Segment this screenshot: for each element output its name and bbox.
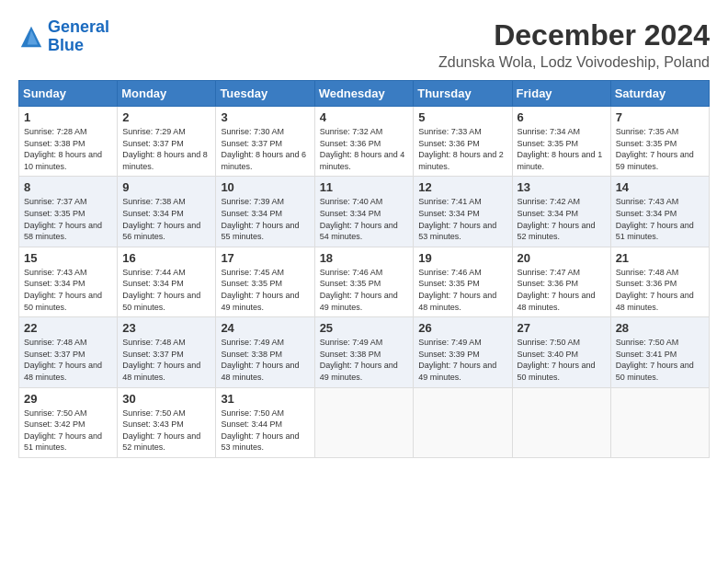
calendar-cell: 18Sunrise: 7:46 AMSunset: 3:35 PMDayligh…	[314, 247, 414, 316]
day-info: Sunrise: 7:47 AMSunset: 3:36 PMDaylight:…	[518, 267, 606, 313]
day-info: Sunrise: 7:50 AMSunset: 3:44 PMDaylight:…	[221, 408, 309, 454]
weekday-header: Wednesday	[314, 81, 414, 107]
calendar-cell: 19Sunrise: 7:46 AMSunset: 3:35 PMDayligh…	[414, 247, 512, 316]
day-number: 24	[221, 321, 309, 335]
calendar-cell: 5Sunrise: 7:33 AMSunset: 3:36 PMDaylight…	[414, 107, 512, 177]
day-number: 28	[616, 321, 704, 335]
day-number: 23	[122, 321, 210, 335]
day-info: Sunrise: 7:33 AMSunset: 3:36 PMDaylight:…	[418, 126, 506, 172]
day-number: 6	[518, 110, 606, 124]
logo-text: General Blue	[48, 18, 109, 55]
day-number: 25	[320, 321, 409, 335]
day-info: Sunrise: 7:50 AMSunset: 3:42 PMDaylight:…	[24, 408, 112, 454]
calendar-week-row: 1Sunrise: 7:28 AMSunset: 3:38 PMDaylight…	[19, 107, 710, 177]
calendar-cell: 30Sunrise: 7:50 AMSunset: 3:43 PMDayligh…	[118, 387, 216, 457]
day-info: Sunrise: 7:34 AMSunset: 3:35 PMDaylight:…	[518, 126, 606, 172]
logo: General Blue	[18, 18, 109, 55]
day-number: 16	[122, 251, 210, 265]
day-info: Sunrise: 7:38 AMSunset: 3:34 PMDaylight:…	[122, 196, 210, 242]
calendar-cell: 8Sunrise: 7:37 AMSunset: 3:35 PMDaylight…	[19, 177, 118, 247]
calendar-cell: 2Sunrise: 7:29 AMSunset: 3:37 PMDaylight…	[118, 107, 216, 177]
calendar-cell: 20Sunrise: 7:47 AMSunset: 3:36 PMDayligh…	[512, 247, 610, 316]
calendar-cell: 9Sunrise: 7:38 AMSunset: 3:34 PMDaylight…	[118, 177, 216, 247]
weekday-header: Thursday	[414, 81, 512, 107]
weekday-header: Tuesday	[216, 81, 314, 107]
day-info: Sunrise: 7:37 AMSunset: 3:35 PMDaylight:…	[24, 196, 112, 242]
day-number: 31	[221, 392, 309, 406]
day-number: 26	[418, 321, 506, 335]
day-info: Sunrise: 7:39 AMSunset: 3:34 PMDaylight:…	[221, 196, 309, 242]
calendar-cell: 14Sunrise: 7:43 AMSunset: 3:34 PMDayligh…	[610, 177, 709, 247]
day-number: 29	[24, 392, 112, 406]
subtitle: Zdunska Wola, Lodz Voivodeship, Poland	[438, 54, 710, 71]
day-number: 22	[24, 321, 112, 335]
day-info: Sunrise: 7:50 AMSunset: 3:40 PMDaylight:…	[518, 337, 606, 383]
calendar-cell: 27Sunrise: 7:50 AMSunset: 3:40 PMDayligh…	[512, 317, 610, 387]
day-info: Sunrise: 7:45 AMSunset: 3:35 PMDaylight:…	[221, 267, 309, 313]
day-info: Sunrise: 7:42 AMSunset: 3:34 PMDaylight:…	[518, 196, 606, 242]
calendar-cell: 25Sunrise: 7:49 AMSunset: 3:38 PMDayligh…	[314, 317, 414, 387]
day-number: 12	[418, 180, 506, 194]
day-info: Sunrise: 7:48 AMSunset: 3:37 PMDaylight:…	[122, 337, 210, 383]
calendar-week-row: 8Sunrise: 7:37 AMSunset: 3:35 PMDaylight…	[19, 177, 710, 247]
day-info: Sunrise: 7:28 AMSunset: 3:38 PMDaylight:…	[24, 126, 112, 172]
calendar-cell: 3Sunrise: 7:30 AMSunset: 3:37 PMDaylight…	[216, 107, 314, 177]
day-info: Sunrise: 7:49 AMSunset: 3:38 PMDaylight:…	[221, 337, 309, 383]
weekday-header: Saturday	[610, 81, 709, 107]
day-number: 3	[221, 110, 309, 124]
day-number: 13	[518, 180, 606, 194]
day-number: 15	[24, 251, 112, 265]
calendar-cell: 11Sunrise: 7:40 AMSunset: 3:34 PMDayligh…	[314, 177, 414, 247]
day-number: 27	[518, 321, 606, 335]
calendar-cell	[414, 387, 512, 457]
calendar-cell: 6Sunrise: 7:34 AMSunset: 3:35 PMDaylight…	[512, 107, 610, 177]
weekday-header: Friday	[512, 81, 610, 107]
calendar-table: SundayMondayTuesdayWednesdayThursdayFrid…	[18, 80, 710, 458]
day-number: 7	[616, 110, 704, 124]
day-number: 4	[320, 110, 409, 124]
calendar-header-row: SundayMondayTuesdayWednesdayThursdayFrid…	[19, 81, 710, 107]
day-info: Sunrise: 7:46 AMSunset: 3:35 PMDaylight:…	[320, 267, 409, 313]
day-number: 1	[24, 110, 112, 124]
day-number: 10	[221, 180, 309, 194]
day-info: Sunrise: 7:50 AMSunset: 3:43 PMDaylight:…	[122, 408, 210, 454]
calendar-cell: 22Sunrise: 7:48 AMSunset: 3:37 PMDayligh…	[19, 317, 118, 387]
day-info: Sunrise: 7:48 AMSunset: 3:36 PMDaylight:…	[616, 267, 704, 313]
day-number: 20	[518, 251, 606, 265]
day-number: 14	[616, 180, 704, 194]
day-info: Sunrise: 7:50 AMSunset: 3:41 PMDaylight:…	[616, 337, 704, 383]
calendar-cell: 21Sunrise: 7:48 AMSunset: 3:36 PMDayligh…	[610, 247, 709, 316]
day-info: Sunrise: 7:49 AMSunset: 3:38 PMDaylight:…	[320, 337, 409, 383]
logo-icon	[18, 24, 44, 50]
calendar-cell: 4Sunrise: 7:32 AMSunset: 3:36 PMDaylight…	[314, 107, 414, 177]
day-info: Sunrise: 7:43 AMSunset: 3:34 PMDaylight:…	[24, 267, 112, 313]
calendar-cell: 26Sunrise: 7:49 AMSunset: 3:39 PMDayligh…	[414, 317, 512, 387]
day-info: Sunrise: 7:48 AMSunset: 3:37 PMDaylight:…	[24, 337, 112, 383]
calendar-cell: 7Sunrise: 7:35 AMSunset: 3:35 PMDaylight…	[610, 107, 709, 177]
calendar-week-row: 29Sunrise: 7:50 AMSunset: 3:42 PMDayligh…	[19, 387, 710, 457]
day-number: 19	[418, 251, 506, 265]
calendar-cell: 28Sunrise: 7:50 AMSunset: 3:41 PMDayligh…	[610, 317, 709, 387]
calendar-cell: 17Sunrise: 7:45 AMSunset: 3:35 PMDayligh…	[216, 247, 314, 316]
calendar-week-row: 22Sunrise: 7:48 AMSunset: 3:37 PMDayligh…	[19, 317, 710, 387]
day-info: Sunrise: 7:46 AMSunset: 3:35 PMDaylight:…	[418, 267, 506, 313]
calendar-cell: 13Sunrise: 7:42 AMSunset: 3:34 PMDayligh…	[512, 177, 610, 247]
calendar-cell: 15Sunrise: 7:43 AMSunset: 3:34 PMDayligh…	[19, 247, 118, 316]
calendar-cell: 23Sunrise: 7:48 AMSunset: 3:37 PMDayligh…	[118, 317, 216, 387]
day-info: Sunrise: 7:40 AMSunset: 3:34 PMDaylight:…	[320, 196, 409, 242]
day-number: 17	[221, 251, 309, 265]
day-info: Sunrise: 7:49 AMSunset: 3:39 PMDaylight:…	[418, 337, 506, 383]
day-info: Sunrise: 7:35 AMSunset: 3:35 PMDaylight:…	[616, 126, 704, 172]
calendar-cell: 16Sunrise: 7:44 AMSunset: 3:34 PMDayligh…	[118, 247, 216, 316]
day-info: Sunrise: 7:43 AMSunset: 3:34 PMDaylight:…	[616, 196, 704, 242]
calendar-cell	[512, 387, 610, 457]
day-number: 9	[122, 180, 210, 194]
day-number: 30	[122, 392, 210, 406]
calendar-cell: 31Sunrise: 7:50 AMSunset: 3:44 PMDayligh…	[216, 387, 314, 457]
day-number: 2	[122, 110, 210, 124]
weekday-header: Sunday	[19, 81, 118, 107]
day-info: Sunrise: 7:44 AMSunset: 3:34 PMDaylight:…	[122, 267, 210, 313]
title-block: December 2024 Zdunska Wola, Lodz Voivode…	[438, 18, 710, 71]
calendar-cell: 12Sunrise: 7:41 AMSunset: 3:34 PMDayligh…	[414, 177, 512, 247]
calendar-cell: 1Sunrise: 7:28 AMSunset: 3:38 PMDaylight…	[19, 107, 118, 177]
